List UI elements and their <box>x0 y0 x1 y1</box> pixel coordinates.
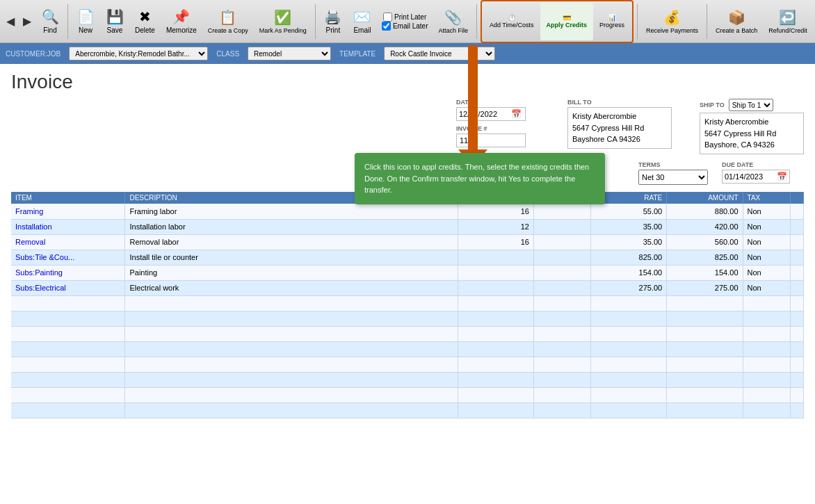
cell-item-empty[interactable] <box>11 387 125 403</box>
cell-rate[interactable]: 35.00 <box>590 219 666 234</box>
cell-item[interactable]: Subs:Painting <box>11 265 125 280</box>
cell-um-empty[interactable] <box>533 372 590 387</box>
print-button[interactable]: 🖨️ Print <box>319 3 347 40</box>
cell-amount-empty[interactable] <box>667 403 743 418</box>
cell-tax-empty[interactable] <box>743 341 790 357</box>
cell-qty-empty[interactable] <box>458 311 533 326</box>
template-select[interactable]: Rock Castle Invoice <box>384 47 495 60</box>
attach-file-button[interactable]: 📎 Attach File <box>433 3 473 40</box>
cell-rate-empty[interactable] <box>590 357 666 372</box>
cell-rate-empty[interactable] <box>590 311 666 326</box>
cell-rate[interactable]: 35.00 <box>590 234 666 250</box>
cell-amount[interactable]: 420.00 <box>667 219 743 234</box>
cell-desc[interactable]: Installation labor <box>125 219 458 234</box>
find-button[interactable]: 🔍 Find <box>36 3 64 40</box>
add-time-costs-button[interactable]: ⏱️ Add Time/Costs <box>483 3 540 40</box>
apply-credits-button[interactable]: 💳 Apply Credits <box>540 3 594 40</box>
cell-item-empty[interactable] <box>11 311 125 326</box>
save-button[interactable]: 💾 Save <box>101 3 129 40</box>
table-row-empty[interactable] <box>11 387 804 403</box>
cell-tax-empty[interactable] <box>743 357 790 372</box>
table-row[interactable]: Subs:Electrical Electrical work 275.00 2… <box>11 280 804 295</box>
class-select[interactable]: Remodel <box>248 47 331 60</box>
cell-tax-empty[interactable] <box>743 326 790 341</box>
table-row-empty[interactable] <box>11 357 804 372</box>
cell-desc[interactable]: Framing labor <box>125 204 458 219</box>
cell-um[interactable] <box>533 219 590 234</box>
date-input[interactable] <box>459 110 511 118</box>
cell-amount[interactable]: 275.00 <box>667 280 743 295</box>
cell-um[interactable] <box>533 265 590 280</box>
cell-tax[interactable]: Non <box>743 265 790 280</box>
cell-um-empty[interactable] <box>533 403 590 418</box>
cell-desc[interactable]: Install tile or counter <box>125 250 458 265</box>
table-row[interactable]: Subs:Painting Painting 154.00 154.00 Non <box>11 265 804 280</box>
cell-rate-empty[interactable] <box>590 341 666 357</box>
cell-qty[interactable]: 12 <box>458 219 533 234</box>
ship-to-select[interactable]: Ship To 1 <box>729 99 773 111</box>
cell-um-empty[interactable] <box>533 326 590 341</box>
cell-amount[interactable]: 560.00 <box>667 234 743 250</box>
cell-qty[interactable] <box>458 265 533 280</box>
new-button[interactable]: 📄 New <box>72 3 99 40</box>
cell-um[interactable] <box>533 280 590 295</box>
cell-um-empty[interactable] <box>533 357 590 372</box>
cell-amount-empty[interactable] <box>667 357 743 372</box>
cell-item[interactable]: Framing <box>11 204 125 219</box>
cell-amount-empty[interactable] <box>667 372 743 387</box>
mark-pending-button[interactable]: ✅ Mark As Pending <box>255 3 312 40</box>
table-row-empty[interactable] <box>11 295 804 311</box>
cell-tax-empty[interactable] <box>743 403 790 418</box>
cell-qty-empty[interactable] <box>458 341 533 357</box>
cell-desc-empty[interactable] <box>125 341 458 357</box>
delete-button[interactable]: ✖ Delete <box>130 3 160 40</box>
cell-rate-empty[interactable] <box>590 326 666 341</box>
cell-rate-empty[interactable] <box>590 403 666 418</box>
create-batch-button[interactable]: 📦 Create a Batch <box>711 3 762 40</box>
cell-item-empty[interactable] <box>11 326 125 341</box>
cell-qty[interactable]: 16 <box>458 204 533 219</box>
cell-item[interactable]: Subs:Electrical <box>11 280 125 295</box>
table-row-empty[interactable] <box>11 326 804 341</box>
table-row[interactable]: Framing Framing labor 16 55.00 880.00 No… <box>11 204 804 219</box>
cell-desc[interactable]: Removal labor <box>125 234 458 250</box>
cell-tax-empty[interactable] <box>743 387 790 403</box>
cell-qty[interactable]: 16 <box>458 234 533 250</box>
cell-qty-empty[interactable] <box>458 357 533 372</box>
cell-item-empty[interactable] <box>11 372 125 387</box>
cell-tax[interactable]: Non <box>743 250 790 265</box>
cell-desc-empty[interactable] <box>125 387 458 403</box>
cell-um[interactable] <box>533 204 590 219</box>
cell-tax[interactable]: Non <box>743 219 790 234</box>
cell-desc-empty[interactable] <box>125 295 458 311</box>
cell-tax[interactable]: Non <box>743 234 790 250</box>
cell-um[interactable] <box>533 234 590 250</box>
back-button[interactable]: ◀ <box>3 13 18 30</box>
cell-qty-empty[interactable] <box>458 403 533 418</box>
table-row-empty[interactable] <box>11 372 804 387</box>
cell-tax-empty[interactable] <box>743 372 790 387</box>
cell-tax-empty[interactable] <box>743 295 790 311</box>
cell-desc-empty[interactable] <box>125 372 458 387</box>
memorize-button[interactable]: 📌 Memorize <box>161 3 202 40</box>
cell-um-empty[interactable] <box>533 295 590 311</box>
calendar-icon[interactable]: 📅 <box>511 109 522 119</box>
cell-um-empty[interactable] <box>533 387 590 403</box>
cell-rate[interactable]: 154.00 <box>590 265 666 280</box>
cell-item[interactable]: Removal <box>11 234 125 250</box>
cell-amount[interactable]: 880.00 <box>667 204 743 219</box>
cell-rate-empty[interactable] <box>590 387 666 403</box>
receive-payments-button[interactable]: 💰 Receive Payments <box>641 3 703 40</box>
due-date-input[interactable] <box>725 172 777 181</box>
bill-to-address[interactable]: Kristy Abercrombie 5647 Cypress Hill Rd … <box>567 107 672 149</box>
due-date-calendar-icon[interactable]: 📅 <box>777 172 787 181</box>
cell-rate[interactable]: 275.00 <box>590 280 666 295</box>
cell-item-empty[interactable] <box>11 403 125 418</box>
invoice-num-value[interactable]: 1100 <box>456 133 526 147</box>
print-later-check[interactable] <box>383 13 392 22</box>
cell-desc-empty[interactable] <box>125 326 458 341</box>
cell-rate[interactable]: 55.00 <box>590 204 666 219</box>
cell-rate-empty[interactable] <box>590 372 666 387</box>
cell-qty-empty[interactable] <box>458 387 533 403</box>
cell-um-empty[interactable] <box>533 341 590 357</box>
